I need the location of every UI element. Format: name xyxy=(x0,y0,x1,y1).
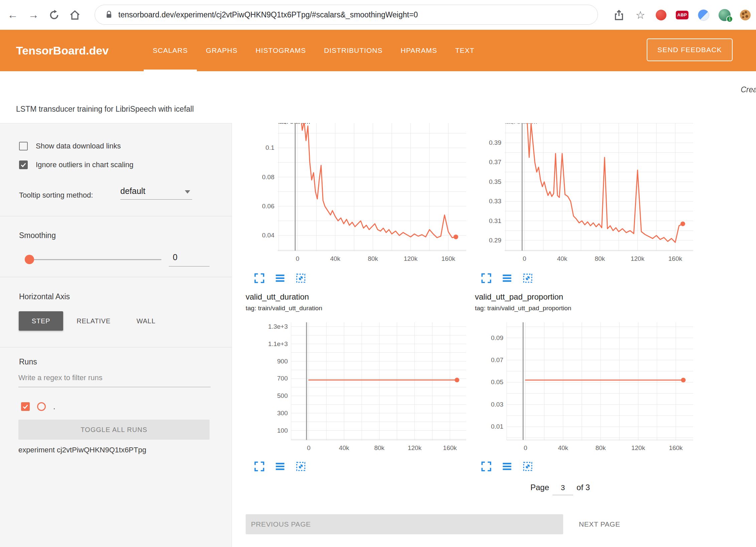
fit-domain-icon[interactable] xyxy=(295,461,306,472)
scalar-chart-4[interactable]: 0.010.030.050.070.09040k80k120k160k xyxy=(467,322,698,454)
runs-filter-input[interactable] xyxy=(18,373,211,387)
divider xyxy=(0,347,232,347)
axis-step-button[interactable]: STEP xyxy=(19,311,63,331)
fit-domain-icon[interactable] xyxy=(522,272,533,284)
svg-text:0: 0 xyxy=(307,444,311,451)
svg-text:0.08: 0.08 xyxy=(262,174,274,181)
data-lines-icon[interactable] xyxy=(501,272,513,284)
svg-text:0.1: 0.1 xyxy=(266,144,274,151)
svg-text:0: 0 xyxy=(524,444,527,451)
svg-text:0.33: 0.33 xyxy=(489,198,501,205)
data-lines-icon[interactable] xyxy=(274,461,286,472)
browser-chrome: ← → tensorboard.dev/experiment/cj2vtPiwQ… xyxy=(0,0,756,30)
svg-text:700: 700 xyxy=(277,375,288,382)
svg-text:0: 0 xyxy=(523,255,526,262)
show-download-links-checkbox[interactable] xyxy=(19,142,28,150)
smoothing-slider-thumb[interactable] xyxy=(25,255,34,264)
send-feedback-button[interactable]: SEND FEEDBACK xyxy=(647,38,733,61)
chevron-down-icon xyxy=(185,190,190,194)
svg-text:100: 100 xyxy=(277,427,288,434)
svg-text:120k: 120k xyxy=(631,255,645,262)
svg-text:160k: 160k xyxy=(443,444,457,451)
tab-scalars[interactable]: SCALARS xyxy=(144,30,197,71)
run-row[interactable]: . xyxy=(21,402,55,411)
scalar-chart-1[interactable]: 0.040.060.080.1040k80k120k160k xyxy=(238,123,471,265)
svg-text:160k: 160k xyxy=(669,444,683,451)
svg-text:160k: 160k xyxy=(442,255,456,262)
next-page-button[interactable]: NEXT PAGE xyxy=(574,514,626,534)
forward-icon[interactable]: → xyxy=(27,9,39,21)
data-lines-icon[interactable] xyxy=(274,272,286,284)
reload-icon[interactable] xyxy=(48,9,60,21)
tooltip-sorting-value: default xyxy=(120,186,145,196)
show-download-links-row[interactable]: Show data download links xyxy=(19,142,121,150)
scalar-chart-2[interactable]: 0.290.310.330.350.370.39040k80k120k160k xyxy=(465,123,698,265)
extension-cookie-icon[interactable] xyxy=(740,10,751,20)
bookmark-star-icon[interactable]: ☆ xyxy=(634,9,646,21)
address-bar[interactable]: tensorboard.dev/experiment/cj2vtPiwQHKN9… xyxy=(95,5,598,25)
extension-adblock-icon[interactable] xyxy=(656,10,666,20)
chart3-title: valid_utt_duration xyxy=(246,292,309,302)
axis-relative-button[interactable]: RELATIVE xyxy=(69,311,119,331)
svg-text:0.03: 0.03 xyxy=(491,401,503,408)
previous-page-button[interactable]: PREVIOUS PAGE xyxy=(246,514,563,534)
expand-chart-icon[interactable] xyxy=(254,272,265,284)
chart1-toolbar xyxy=(254,272,306,284)
show-download-links-label: Show data download links xyxy=(36,142,121,150)
toggle-all-runs-button[interactable]: TOGGLE ALL RUNS xyxy=(18,420,210,440)
svg-text:40k: 40k xyxy=(557,255,568,262)
svg-text:0.07: 0.07 xyxy=(491,356,503,363)
tab-distributions[interactable]: DISTRIBUTIONS xyxy=(315,30,392,71)
page-of-label: of 3 xyxy=(577,483,590,492)
url-text: tensorboard.dev/experiment/cj2vtPiwQHKN9… xyxy=(118,10,418,19)
divider xyxy=(0,277,232,277)
pagination: Page 3 of 3 xyxy=(530,483,590,495)
svg-text:0.35: 0.35 xyxy=(489,178,501,185)
svg-text:1.3e+3: 1.3e+3 xyxy=(268,323,288,330)
back-icon[interactable]: ← xyxy=(7,9,19,21)
svg-text:120k: 120k xyxy=(631,444,645,451)
home-icon[interactable] xyxy=(69,9,81,21)
axis-wall-button[interactable]: WALL xyxy=(124,311,168,331)
ignore-outliers-checkbox[interactable] xyxy=(19,160,28,169)
tab-hparams[interactable]: HPARAMS xyxy=(392,30,446,71)
nav-tabs: SCALARSGRAPHSHISTOGRAMSDISTRIBUTIONSHPAR… xyxy=(144,30,484,71)
tooltip-sorting-select[interactable]: default xyxy=(120,186,192,200)
svg-text:40k: 40k xyxy=(330,255,341,262)
expand-chart-icon[interactable] xyxy=(254,461,265,472)
page-label: Page xyxy=(530,483,549,492)
page-number-input[interactable]: 3 xyxy=(552,483,573,495)
scalar-chart-3[interactable]: 1003005007009001.1e+31.3e+3040k80k120k16… xyxy=(251,322,471,454)
tab-graphs[interactable]: GRAPHS xyxy=(197,30,247,71)
chart4-toolbar xyxy=(481,461,533,472)
fit-domain-icon[interactable] xyxy=(522,461,533,472)
expand-chart-icon[interactable] xyxy=(481,272,492,284)
divider xyxy=(0,216,232,216)
svg-text:80k: 80k xyxy=(374,444,385,451)
tab-text[interactable]: TEXT xyxy=(446,30,484,71)
smoothing-value-input[interactable]: 0 xyxy=(169,252,210,266)
experiment-description: LSTM transducer training for LibriSpeech… xyxy=(16,105,194,114)
smoothing-slider-track[interactable] xyxy=(29,259,161,260)
svg-text:0.04: 0.04 xyxy=(262,232,274,239)
extension-blue-icon[interactable] xyxy=(698,9,709,21)
run-checkbox[interactable] xyxy=(21,402,30,411)
tab-histograms[interactable]: HISTOGRAMS xyxy=(247,30,315,71)
svg-text:0.01: 0.01 xyxy=(491,423,503,430)
fit-domain-icon[interactable] xyxy=(295,272,306,284)
expand-chart-icon[interactable] xyxy=(481,461,492,472)
share-icon[interactable] xyxy=(613,9,625,21)
profile-avatar[interactable]: 1 xyxy=(719,9,731,21)
ignore-outliers-row[interactable]: Ignore outliers in chart scaling xyxy=(19,160,133,169)
lock-icon xyxy=(106,10,112,19)
horizontal-axis-label: Horizontal Axis xyxy=(19,292,70,301)
brand-title[interactable]: TensorBoard.dev xyxy=(16,30,109,71)
svg-text:120k: 120k xyxy=(404,255,418,262)
svg-text:120k: 120k xyxy=(408,444,422,451)
svg-text:0.09: 0.09 xyxy=(491,334,503,341)
data-lines-icon[interactable] xyxy=(501,461,513,472)
tooltip-sorting-label: Tooltip sorting method: xyxy=(19,191,93,200)
charts-panel: tag: train/… tag: train/… 0.040.060.080.… xyxy=(232,123,756,547)
ignore-outliers-label: Ignore outliers in chart scaling xyxy=(36,160,133,169)
extension-abp-icon[interactable]: ABP xyxy=(676,11,688,19)
